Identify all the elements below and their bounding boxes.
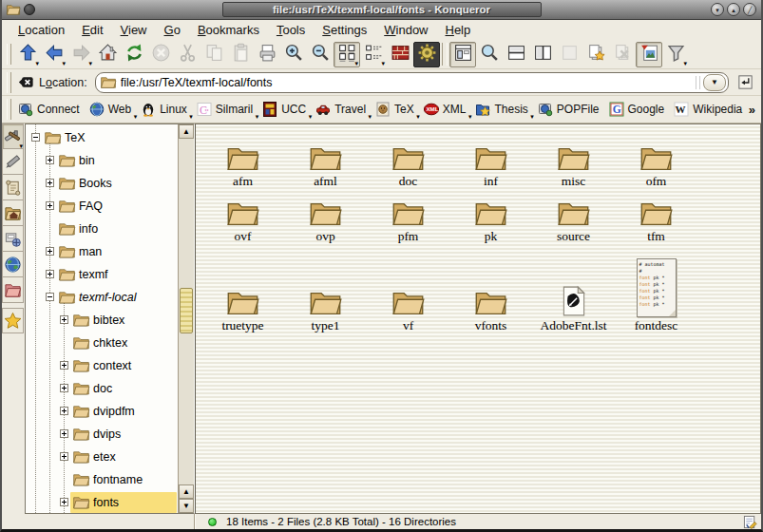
file-item-truetype[interactable]: truetype — [201, 244, 284, 333]
split-vertical-button[interactable] — [529, 42, 556, 67]
file-item-inf[interactable]: inf — [449, 130, 532, 189]
clear-location-button[interactable] — [14, 71, 37, 94]
tree-item-bin[interactable]: bin — [26, 149, 178, 172]
home-button[interactable] — [94, 42, 121, 67]
tree-item-fonts[interactable]: fonts — [26, 491, 178, 513]
location-input[interactable] — [121, 76, 696, 89]
services-panel-button[interactable] — [2, 226, 24, 252]
file-item-pk[interactable]: pk — [449, 189, 532, 244]
file-item-AdobeFnt.lst[interactable]: AdobeFnt.lst — [532, 244, 615, 333]
file-item-ovf[interactable]: ovf — [201, 189, 284, 244]
file-item-ovp[interactable]: ovp — [284, 189, 367, 244]
maximize-button[interactable]: ▴ — [727, 3, 740, 16]
file-item-fontdesc[interactable]: # automat#font pk *font pk *font pk *fon… — [615, 244, 697, 333]
new-tab-button[interactable] — [582, 42, 609, 67]
tree-item-Books[interactable]: Books — [26, 172, 178, 195]
tree-item-bibtex[interactable]: bibtex — [26, 309, 178, 332]
tree-expander-plus[interactable] — [60, 384, 68, 392]
location-combo[interactable]: ▼ — [95, 72, 729, 93]
tree-expander-plus[interactable] — [60, 498, 68, 506]
gear-button[interactable] — [413, 42, 440, 67]
icon-view-button[interactable]: ▾ — [334, 42, 360, 67]
reload-button[interactable] — [121, 42, 147, 67]
tree-item-man[interactable]: man — [26, 240, 178, 263]
bookmarks-star-panel-button[interactable] — [2, 308, 24, 333]
menu-window[interactable]: Window — [375, 22, 436, 38]
bookmark-silmaril[interactable]: CSilmaril▾ — [193, 100, 258, 119]
tree-expander-plus[interactable] — [46, 247, 54, 256]
menu-edit[interactable]: Edit — [73, 22, 111, 38]
file-item-misc[interactable]: misc — [532, 130, 615, 189]
up-button[interactable]: ▾ — [14, 42, 41, 67]
toolbar-grip[interactable] — [7, 44, 11, 65]
toolbar-grip[interactable] — [7, 99, 11, 120]
zoom-out-button[interactable] — [307, 42, 334, 67]
scroll-down-button[interactable]: ▼ — [179, 499, 194, 513]
bookmark-google[interactable]: GGoogle — [605, 100, 671, 119]
bookmark-travel[interactable]: Travel▾ — [312, 100, 372, 119]
bookmark-thesis[interactable]: Thesis▾ — [471, 100, 533, 119]
menu-help[interactable]: Help — [437, 22, 480, 38]
tree-expander-minus[interactable] — [46, 293, 54, 301]
print-button[interactable] — [254, 42, 280, 67]
tree-item-info[interactable]: info — [26, 218, 178, 240]
tree-item-context[interactable]: context — [26, 354, 178, 377]
bookmark-overflow-button[interactable]: » — [749, 103, 755, 117]
file-item-pfm[interactable]: pfm — [367, 189, 449, 244]
toolbar-grip[interactable] — [7, 72, 11, 93]
bookmark-popfile[interactable]: POPFile — [534, 100, 605, 119]
panel-toggle-button[interactable] — [449, 42, 476, 67]
file-item-type1[interactable]: type1 — [284, 244, 367, 333]
root-folder-panel-button[interactable] — [2, 277, 24, 303]
bookmark-ucc[interactable]: UCC▾ — [258, 100, 312, 119]
menu-bookmarks[interactable]: Bookmarks — [189, 22, 268, 38]
file-item-afm[interactable]: afm — [201, 130, 284, 189]
menu-location[interactable]: Location — [10, 22, 73, 38]
bricks-button[interactable] — [387, 42, 413, 67]
tree-expander-plus[interactable] — [60, 315, 68, 324]
tree-expander-plus[interactable] — [60, 407, 68, 415]
tree-item-dvips[interactable]: dvips — [26, 423, 178, 446]
tree-item-chktex[interactable]: chktex — [26, 332, 178, 354]
tree-item-doc[interactable]: doc — [26, 377, 178, 400]
menu-go[interactable]: Go — [156, 22, 189, 38]
file-item-doc[interactable]: doc — [367, 130, 449, 189]
tree-item-texmf[interactable]: texmf — [26, 263, 178, 286]
preview-button[interactable] — [636, 42, 662, 67]
bookmark-connect[interactable]: Connect — [14, 100, 86, 119]
close-button[interactable]: ╱ — [743, 3, 756, 16]
file-item-source[interactable]: source — [532, 189, 615, 244]
location-dropdown-button[interactable]: ▼ — [703, 74, 726, 91]
split-horizontal-button[interactable] — [503, 42, 529, 67]
tree-item-texmf-local[interactable]: texmf-local — [26, 286, 178, 309]
pen-panel-button[interactable] — [2, 149, 24, 175]
scroll-up-button[interactable]: ▲ — [179, 124, 194, 139]
bookmark-linux[interactable]: Linux▾ — [137, 100, 193, 119]
zoom-in-button[interactable] — [280, 42, 307, 67]
list-view-button[interactable]: ▾ — [360, 42, 387, 67]
window-menu-button[interactable] — [24, 4, 35, 15]
bookmark-web[interactable]: Web▾ — [86, 100, 137, 119]
menu-settings[interactable]: Settings — [314, 22, 375, 38]
menu-tools[interactable]: Tools — [268, 22, 314, 38]
history-panel-button[interactable] — [2, 175, 24, 200]
file-item-tfm[interactable]: tfm — [615, 189, 697, 244]
tree-expander-plus[interactable] — [60, 361, 68, 370]
find-button[interactable] — [476, 42, 503, 67]
back-button[interactable]: ▾ — [41, 42, 67, 67]
network-panel-button[interactable] — [2, 252, 24, 277]
tree-expander-plus[interactable] — [46, 179, 54, 187]
scrollbar-thumb[interactable] — [180, 288, 193, 333]
file-item-vf[interactable]: vf — [367, 244, 449, 333]
file-item-vfonts[interactable]: vfonts — [449, 244, 532, 333]
file-item-afml[interactable]: afml — [284, 130, 367, 189]
tree-expander-minus[interactable] — [31, 133, 40, 142]
tree-expander-plus[interactable] — [46, 156, 54, 164]
tree-item-dvipdfm[interactable]: dvipdfm — [26, 400, 178, 423]
bookmark-tex[interactable]: TeX▾ — [372, 100, 420, 119]
tools-panel-button[interactable]: ▾ — [2, 124, 24, 149]
file-view[interactable]: afmafmldocinfmiscofmovfovppfmpksourcetfm… — [195, 124, 761, 514]
scroll-up-button-bottom[interactable]: ▲ — [179, 484, 194, 499]
tree-expander-plus[interactable] — [60, 452, 68, 461]
file-item-ofm[interactable]: ofm — [615, 130, 697, 189]
